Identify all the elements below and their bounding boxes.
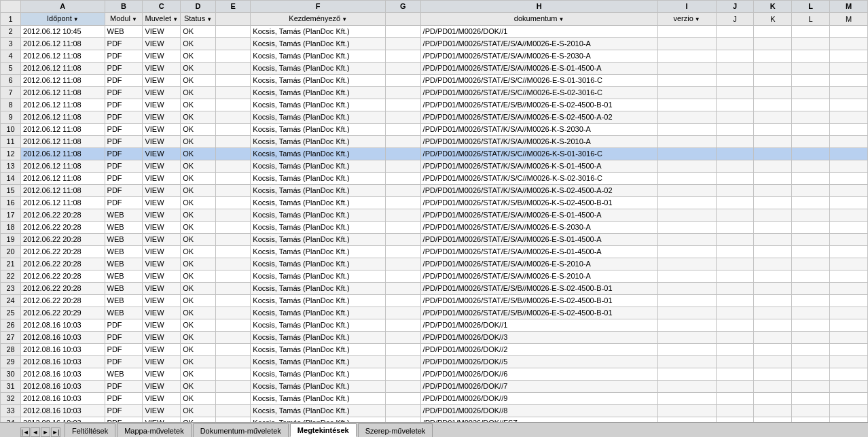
cell-muvelet[interactable]: VIEW — [143, 63, 181, 75]
cell-status[interactable]: OK — [181, 319, 216, 332]
cell-idopont[interactable]: 2012.06.12 11:08 — [21, 87, 105, 99]
cell-muvelet[interactable]: VIEW — [143, 356, 181, 368]
cell-idopont[interactable]: 2012.06.22 20:28 — [21, 209, 105, 222]
cell-modul[interactable]: PDF — [105, 124, 143, 136]
cell-verzio[interactable] — [657, 185, 716, 197]
cell-verzio[interactable] — [657, 393, 716, 405]
cell-verzio[interactable] — [657, 307, 716, 319]
cell-kezdemenyezo[interactable]: Kocsis, Tamás (PlanDoc Kft.) — [251, 270, 386, 283]
cell-modul[interactable]: PDF — [105, 148, 143, 160]
cell-kezdemenyezo[interactable]: Kocsis, Tamás (PlanDoc Kft.) — [251, 295, 386, 307]
col-letter-i[interactable]: I — [657, 1, 716, 13]
cell-status[interactable]: OK — [181, 381, 216, 393]
cell-verzio[interactable] — [657, 26, 716, 38]
cell-modul[interactable]: WEB — [105, 283, 143, 295]
cell-idopont[interactable]: 2012.06.12 11:08 — [21, 63, 105, 75]
table-row[interactable]: 16 2012.06.12 11:08 PDF VIEW OK Kocsis, … — [1, 197, 868, 209]
col-header-k[interactable]: K — [754, 13, 792, 26]
cell-muvelet[interactable]: VIEW — [143, 246, 181, 258]
table-row[interactable]: 15 2012.06.12 11:08 PDF VIEW OK Kocsis, … — [1, 185, 868, 197]
cell-verzio[interactable] — [657, 173, 716, 185]
col-letter-l[interactable]: L — [792, 1, 830, 13]
cell-status[interactable]: OK — [181, 38, 216, 50]
cell-dokumentum[interactable]: /PD/PD01/M0026/STAT/E/S/B//M0026-E-S-02-… — [420, 295, 657, 307]
table-row[interactable]: 17 2012.06.22 20:28 WEB VIEW OK Kocsis, … — [1, 209, 868, 222]
cell-dokumentum[interactable]: /PD/PD01/M0026/STAT/K/S/C//M0026-K-S-01-… — [420, 148, 657, 160]
cell-status[interactable]: OK — [181, 173, 216, 185]
cell-verzio[interactable] — [657, 222, 716, 234]
cell-idopont[interactable]: 2012.08.16 10:03 — [21, 344, 105, 356]
col-header-g[interactable] — [386, 13, 421, 26]
cell-dokumentum[interactable]: /PD/PD01/M0026/DOK//1 — [420, 26, 657, 38]
cell-verzio[interactable] — [657, 270, 716, 283]
col-header-verzio[interactable]: verzio▼ — [657, 13, 716, 26]
col-letter-b[interactable]: B — [105, 1, 143, 13]
cell-muvelet[interactable]: VIEW — [143, 283, 181, 295]
cell-status[interactable]: OK — [181, 356, 216, 368]
cell-muvelet[interactable]: VIEW — [143, 99, 181, 111]
cell-kezdemenyezo[interactable]: Kocsis, Tamás (PlanDoc Kft.) — [251, 222, 386, 234]
table-row[interactable]: 21 2012.06.22 20:28 WEB VIEW OK Kocsis, … — [1, 258, 868, 270]
cell-status[interactable]: OK — [181, 246, 216, 258]
cell-idopont[interactable]: 2012.06.12 11:08 — [21, 38, 105, 50]
cell-status[interactable]: OK — [181, 148, 216, 160]
table-row[interactable]: 4 2012.06.12 11:08 PDF VIEW OK Kocsis, T… — [1, 50, 868, 63]
cell-status[interactable]: OK — [181, 209, 216, 222]
filter-arrow-h[interactable]: ▼ — [558, 14, 564, 24]
table-row[interactable]: 30 2012.08.16 10:03 WEB VIEW OK Kocsis, … — [1, 368, 868, 381]
cell-dokumentum[interactable]: /PD/PD01/M0026/STAT/E/S/A//M0026-E-S-201… — [420, 258, 657, 270]
table-row[interactable]: 22 2012.06.22 20:28 WEB VIEW OK Kocsis, … — [1, 270, 868, 283]
table-row[interactable]: 31 2012.08.16 10:03 PDF VIEW OK Kocsis, … — [1, 381, 868, 393]
cell-kezdemenyezo[interactable]: Kocsis, Tamás (PlanDoc Kft.) — [251, 173, 386, 185]
cell-modul[interactable]: PDF — [105, 185, 143, 197]
cell-status[interactable]: OK — [181, 344, 216, 356]
cell-idopont[interactable]: 2012.06.12 11:08 — [21, 148, 105, 160]
cell-idopont[interactable]: 2012.06.22 20:28 — [21, 222, 105, 234]
cell-muvelet[interactable]: VIEW — [143, 270, 181, 283]
cell-kezdemenyezo[interactable]: Kocsis, Tamás (PlanDoc Kft.) — [251, 246, 386, 258]
tab-prev-btn[interactable]: ◄ — [31, 427, 40, 437]
cell-verzio[interactable] — [657, 148, 716, 160]
cell-muvelet[interactable]: VIEW — [143, 160, 181, 173]
cell-modul[interactable]: PDF — [105, 160, 143, 173]
cell-dokumentum[interactable]: /PD/PD01/M0026/STAT/E/S/C//M0026-E-S-02-… — [420, 87, 657, 99]
cell-modul[interactable]: PDF — [105, 393, 143, 405]
cell-kezdemenyezo[interactable]: Kocsis, Tamás (PlanDoc Kft.) — [251, 332, 386, 344]
col-letter-h[interactable]: H — [420, 1, 657, 13]
cell-dokumentum[interactable]: /PD/PD01/M0026/STAT/K/S/C//M0026-K-S-02-… — [420, 173, 657, 185]
cell-muvelet[interactable]: VIEW — [143, 234, 181, 246]
cell-dokumentum[interactable]: /PD/PD01/M0026/STAT/E/S/A//M0026-E-S-01-… — [420, 63, 657, 75]
table-row[interactable]: 14 2012.06.12 11:08 PDF VIEW OK Kocsis, … — [1, 173, 868, 185]
cell-dokumentum[interactable]: /PD/PD01/M0026/STAT/K/S/A//M0026-K-S-02-… — [420, 185, 657, 197]
col-letter-e[interactable]: E — [215, 1, 251, 13]
table-row[interactable]: 3 2012.06.12 11:08 PDF VIEW OK Kocsis, T… — [1, 38, 868, 50]
cell-idopont[interactable]: 2012.06.12 11:08 — [21, 124, 105, 136]
table-row[interactable]: 34 2012.08.16 10:03 PDF VIEW OK Kocsis, … — [1, 417, 868, 423]
col-letter-k[interactable]: K — [754, 1, 792, 13]
cell-muvelet[interactable]: VIEW — [143, 319, 181, 332]
cell-status[interactable]: OK — [181, 307, 216, 319]
cell-verzio[interactable] — [657, 63, 716, 75]
cell-verzio[interactable] — [657, 160, 716, 173]
cell-kezdemenyezo[interactable]: Kocsis, Tamás (PlanDoc Kft.) — [251, 124, 386, 136]
cell-modul[interactable]: PDF — [105, 332, 143, 344]
cell-status[interactable]: OK — [181, 283, 216, 295]
cell-dokumentum[interactable]: /PD/PD01/M0026/DOK//3 — [420, 332, 657, 344]
cell-verzio[interactable] — [657, 319, 716, 332]
col-header-dokumentum[interactable]: dokumentum▼ — [420, 13, 657, 26]
col-header-kezdemenyezo[interactable]: Kezdeményező▼ — [251, 13, 386, 26]
cell-muvelet[interactable]: VIEW — [143, 111, 181, 124]
cell-status[interactable]: OK — [181, 295, 216, 307]
cell-verzio[interactable] — [657, 111, 716, 124]
col-header-muvelet[interactable]: Muvelet▼ — [143, 13, 181, 26]
col-header-m[interactable]: M — [830, 13, 868, 26]
cell-muvelet[interactable]: VIEW — [143, 405, 181, 417]
cell-modul[interactable]: PDF — [105, 344, 143, 356]
cell-dokumentum[interactable]: /PD/PD01/M0026/STAT/K/S/A//M0026-K-S-203… — [420, 124, 657, 136]
cell-muvelet[interactable]: VIEW — [143, 87, 181, 99]
cell-kezdemenyezo[interactable]: Kocsis, Tamás (PlanDoc Kft.) — [251, 417, 386, 423]
cell-modul[interactable]: PDF — [105, 87, 143, 99]
cell-dokumentum[interactable]: /PD/PD01/M0026/STAT/E/S/B//M0026-E-S-02-… — [420, 283, 657, 295]
cell-idopont[interactable]: 2012.06.22 20:28 — [21, 234, 105, 246]
cell-modul[interactable]: WEB — [105, 26, 143, 38]
